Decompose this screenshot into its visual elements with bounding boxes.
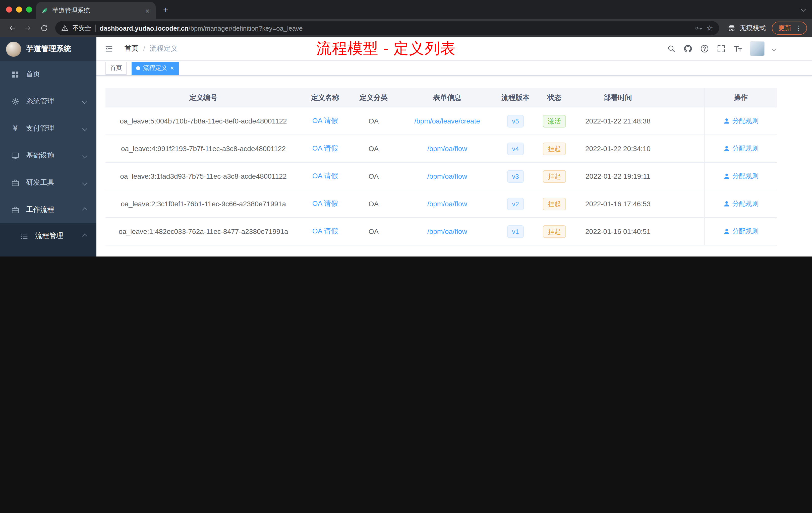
tab-title: 芋道管理系统: [52, 6, 140, 15]
tag-label: 流程定义: [143, 64, 167, 72]
minimize-window-button[interactable]: [16, 6, 22, 12]
fullscreen-icon[interactable]: [717, 44, 726, 53]
tag-label: 首页: [110, 64, 122, 72]
tags-view-bar: 首页 流程定义 ×: [96, 61, 812, 76]
sidebar-item-process-management[interactable]: 流程管理: [0, 223, 96, 248]
breadcrumb: 首页 / 流程定义: [124, 44, 178, 53]
incognito-label: 无痕模式: [740, 24, 766, 33]
tab-search-chevron-icon[interactable]: [801, 7, 806, 12]
incognito-badge: 无痕模式: [727, 24, 766, 33]
sidebar-item-home[interactable]: 首页: [0, 61, 96, 88]
sidebar-item-label: 系统管理: [26, 97, 54, 106]
action-cell: 分配规则: [704, 163, 777, 190]
assign-rule-link[interactable]: 分配规则: [723, 172, 758, 181]
browser-tab-strip: 芋道管理系统 × +: [0, 0, 812, 19]
person-icon: [723, 228, 730, 235]
sidebar-collapse-icon[interactable]: [96, 37, 121, 60]
forward-button[interactable]: [21, 21, 35, 35]
font-size-icon[interactable]: [733, 44, 742, 53]
not-secure-warning-icon: [61, 25, 68, 32]
definition-name-link[interactable]: OA 请假: [301, 163, 349, 190]
sidebar-item-dev-tools[interactable]: 研发工具: [0, 169, 96, 196]
breadcrumb-home[interactable]: 首页: [124, 44, 139, 53]
status-badge-cell: 挂起: [535, 163, 574, 190]
browser-menu-dots-icon[interactable]: ⋮: [795, 24, 802, 32]
address-bar[interactable]: 不安全 dashboard.yudao.iocoder.cn/bpm/manag…: [55, 21, 719, 35]
sidebar-item-label: 流程管理: [35, 232, 63, 240]
version-badge-cell: v4: [496, 135, 535, 162]
column-filler: [662, 88, 704, 107]
assign-rule-link[interactable]: 分配规则: [723, 199, 758, 208]
deploy-time: 2022-01-22 19:19:11: [574, 163, 662, 190]
assign-rule-link[interactable]: 分配规则: [723, 227, 758, 236]
user-avatar[interactable]: [750, 41, 765, 56]
sidebar-item-label: 支付管理: [26, 124, 54, 133]
bookmark-star-icon[interactable]: ☆: [706, 24, 713, 33]
assign-rule-link[interactable]: 分配规则: [723, 117, 758, 125]
update-label: 更新: [778, 24, 791, 33]
tag-process-definition[interactable]: 流程定义 ×: [132, 61, 178, 74]
definition-category: OA: [349, 163, 398, 190]
gear-icon: [11, 97, 20, 105]
table-row: oa_leave:2:3c1f0ef1-76b1-11ec-9c66-a2380…: [106, 190, 777, 218]
version-badge: v5: [507, 115, 524, 127]
tag-home[interactable]: 首页: [106, 61, 126, 74]
status-badge-cell: 挂起: [535, 218, 574, 245]
tab-close-icon[interactable]: ×: [144, 6, 151, 15]
zoom-window-button[interactable]: [26, 6, 32, 12]
form-link[interactable]: /bpm/oa/flow: [398, 190, 496, 217]
form-link[interactable]: /bpm/oa/leave/create: [398, 108, 496, 134]
password-key-icon[interactable]: [694, 24, 702, 32]
new-tab-button[interactable]: +: [160, 4, 172, 16]
help-question-icon[interactable]: [700, 44, 709, 53]
github-icon[interactable]: [684, 44, 693, 53]
person-icon: [723, 117, 730, 124]
update-browser-button[interactable]: 更新 ⋮: [772, 22, 807, 35]
search-icon[interactable]: [667, 44, 676, 53]
sidebar-item-process-form[interactable]: 流程表单: [0, 248, 96, 256]
status-badge-cell: 激活: [535, 108, 574, 134]
back-button[interactable]: [5, 21, 19, 35]
tag-close-icon[interactable]: ×: [170, 65, 174, 71]
chevron-up-icon: [82, 233, 87, 238]
column-header: 表单信息: [398, 88, 496, 107]
action-cell: 分配规则: [704, 190, 777, 217]
status-badge: 挂起: [543, 142, 566, 155]
assign-rule-link[interactable]: 分配规则: [723, 144, 758, 153]
definition-name-link[interactable]: OA 请假: [301, 135, 349, 162]
refresh-button[interactable]: [37, 21, 51, 35]
sidebar-item-system-management[interactable]: 系统管理: [0, 88, 96, 115]
list-icon: [20, 232, 29, 240]
app-logo[interactable]: 芋道管理系统: [0, 37, 96, 61]
sidebar-item-workflow[interactable]: 工作流程: [0, 196, 96, 223]
breadcrumb-current: 流程定义: [150, 44, 178, 53]
definition-name-link[interactable]: OA 请假: [301, 108, 349, 134]
close-window-button[interactable]: [6, 6, 12, 12]
sidebar-item-infrastructure[interactable]: 基础设施: [0, 142, 96, 169]
version-badge: v1: [507, 225, 524, 238]
dashboard-grid-icon: [11, 70, 20, 79]
sidebar-item-label: 首页: [26, 70, 40, 79]
status-badge-cell: 挂起: [535, 135, 574, 162]
browser-tab[interactable]: 芋道管理系统 ×: [36, 2, 156, 19]
url-text[interactable]: dashboard.yudao.iocoder.cn/bpm/manager/d…: [100, 24, 303, 32]
person-icon: [723, 173, 730, 180]
security-label[interactable]: 不安全: [72, 24, 91, 32]
column-header: 部署时间: [574, 88, 662, 107]
window-controls: [6, 6, 32, 12]
form-link[interactable]: /bpm/oa/flow: [398, 135, 496, 162]
form-link[interactable]: /bpm/oa/flow: [398, 218, 496, 245]
definition-id: oa_leave:2:3c1f0ef1-76b1-11ec-9c66-a2380…: [106, 190, 301, 217]
url-path: /bpm/manager/definition?key=oa_leave: [188, 24, 303, 32]
deploy-time: 2022-01-22 20:34:10: [574, 135, 662, 162]
definition-name-link[interactable]: OA 请假: [301, 218, 349, 245]
form-link[interactable]: /bpm/oa/flow: [398, 163, 496, 190]
column-header: 流程版本: [496, 88, 535, 107]
chevron-down-icon: [82, 126, 87, 131]
briefcase-icon: [11, 178, 20, 187]
page-content: 定义编号 定义名称 定义分类 表单信息 流程版本 状态 部署时间 操作 oa_l…: [96, 76, 812, 256]
definition-name-link[interactable]: OA 请假: [301, 190, 349, 217]
sidebar-item-payment-management[interactable]: ¥ 支付管理: [0, 115, 96, 142]
logo-avatar: [6, 41, 21, 57]
avatar-caret-down-icon[interactable]: [772, 46, 777, 51]
